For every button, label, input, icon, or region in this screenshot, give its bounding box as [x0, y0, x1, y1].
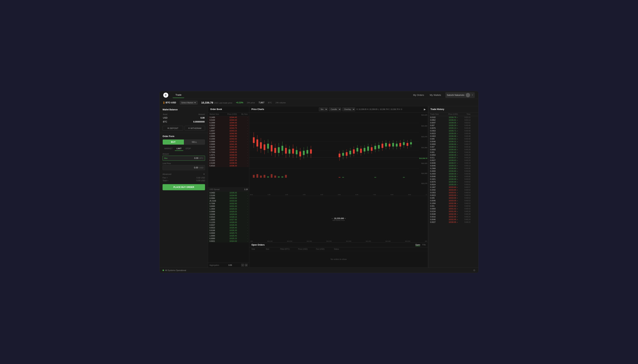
th-price: 10336.05 ↗ [440, 132, 458, 134]
overlay-select[interactable]: Overlay [342, 107, 355, 111]
th-size: 0.001 [430, 205, 440, 207]
th-price: 10335.00 ↗ [440, 181, 458, 183]
ask-row[interactable]: 0.7599 10340.35 - [208, 151, 249, 154]
ask-row[interactable]: 0.6100 10341.80 - [208, 146, 249, 148]
ask-row[interactable]: 1.0087 10343.75 - [208, 127, 249, 130]
max-label[interactable]: Max [164, 157, 168, 159]
ask-row[interactable]: 2.0000 10342.85 - [208, 135, 249, 138]
ask-row[interactable]: 2.0000 10341.95 - [208, 143, 249, 146]
trade-history-row: 0.0027 10330.95 ↗ 9:48:22 [428, 221, 478, 224]
th-size: 0.0054 [430, 154, 440, 156]
trade-history-row: 0.0463 10336.71 ↗ 9:49:48 [428, 130, 478, 132]
bid-row[interactable]: 4.0450 10335.05 - [208, 192, 249, 194]
play-button[interactable]: ▶ [424, 108, 426, 111]
place-order-button[interactable]: PLACE BUY ORDER [163, 184, 205, 190]
spread-row: USD Spread 1.19 [208, 187, 249, 192]
th-price: 10333.00 ↗ [440, 197, 458, 199]
th-size: 0.0046 [430, 140, 440, 142]
pair-label: BTC-USD [166, 101, 176, 104]
ask-row[interactable]: 0.1320 10337.35 - [208, 159, 249, 162]
th-price: 10332.95 ↗ [440, 216, 458, 218]
bid-row[interactable]: 2.5100 10334.95 - [208, 194, 249, 197]
th-price: 10336.98 ↗ [440, 176, 458, 178]
withdraw-button[interactable]: ⊖ WITHDRAW [185, 126, 205, 130]
bid-row[interactable]: 1.0000 10325.45 - [208, 234, 249, 237]
ask-row[interactable]: 0.1000 10342.65 - [208, 138, 249, 140]
sell-button[interactable]: SELL [184, 140, 205, 144]
trade-history-row: 0.0952 10336.81 ↗ 9:50:14 [428, 119, 478, 122]
trading-pair: ₿ BTC-USD [163, 101, 176, 104]
trade-history-row: 0.0093 10336.66 ↗ 9:49:37 [428, 143, 478, 146]
ask-row[interactable]: 5.6010 10336.30 - [208, 164, 249, 167]
bid-row[interactable]: 0.0999 10329.25 - [208, 210, 249, 213]
bid-row[interactable]: 1.2904 10329.35 - [208, 208, 249, 210]
bid-row[interactable]: 0.0023 10326.40 - [208, 226, 249, 229]
bid-row[interactable]: 3.0268 10329.00 - [208, 213, 249, 216]
arrow-up-icon: ↗ [457, 160, 458, 162]
arrow-up-icon: ↗ [457, 128, 458, 129]
ask-row[interactable]: 1.0000 10340.65 - [208, 148, 249, 151]
bid-row[interactable]: 0.1220 10326.50 - [208, 221, 249, 224]
user-menu[interactable]: Satoshi Nakamoto ▼ [445, 92, 475, 98]
th-price: 10338.42 ↗ [440, 146, 458, 148]
bid-row[interactable]: 0.6168 10326.30 - [208, 229, 249, 232]
ask-row[interactable]: 1.0047 10343.25 - [208, 130, 249, 132]
bid-row[interactable]: 0.7599 10332.90 - [208, 202, 249, 205]
my-wallets-button[interactable]: My Wallets [428, 93, 442, 97]
svg-rect-83 [256, 174, 258, 178]
ask-row[interactable]: 1.4371 10340.00 - [208, 154, 249, 156]
th-size: 0.0463 [430, 135, 440, 137]
trade-history-row: 0.001 10332.95 ↗ 9:48:50 [428, 205, 478, 208]
bid-row[interactable]: 0.0984 10333.50 - [208, 197, 249, 200]
settings-icon[interactable]: ⚙ [473, 269, 475, 272]
th-time: 9:49:19 [458, 162, 470, 164]
ask-row[interactable]: 0.0100 10344.40 - [208, 119, 249, 122]
market-order-tab[interactable]: MARKET [163, 146, 174, 151]
my-orders-button[interactable]: My Orders [412, 93, 425, 97]
th-price: 10330.95 ↗ [440, 221, 458, 223]
deposit-button[interactable]: ⊕ DEPOSIT [163, 126, 183, 130]
ask-row[interactable]: 3.0000 10339.25 - [208, 156, 249, 159]
bid-row[interactable]: 0.0010 10328.15 - [208, 216, 249, 218]
trade-history-row: 0.0047 10338.05 ↗ 9:50:02 [428, 122, 478, 124]
ask-row[interactable]: 0.1000 10342.90 - [208, 132, 249, 135]
trade-history-row: 0.007 10338.42 ↗ 9:49:30 [428, 146, 478, 148]
buy-button[interactable]: BUY [163, 140, 184, 144]
aggregation-plus-button[interactable]: + [245, 264, 248, 266]
ask-row[interactable]: 0.0688 10342.15 - [208, 140, 249, 143]
ask-row[interactable]: 2.4140 10336.55 - [208, 162, 249, 164]
ask-row[interactable]: 0.2999 10344.35 - [208, 122, 249, 124]
nav-tab-trade[interactable]: Trade [173, 92, 184, 98]
aggregation-minus-button[interactable]: − [241, 264, 244, 266]
advanced-toggle[interactable]: Advanced ▼ [163, 172, 205, 176]
chart-type-select[interactable]: Candle [329, 107, 341, 111]
limit-order-tab[interactable]: LIMIT [175, 146, 183, 151]
timeframe-select[interactable]: 5m [319, 107, 328, 111]
open-tab[interactable]: Open [415, 244, 420, 246]
th-time: 9:49:06 [458, 173, 470, 175]
arrow-up-icon: ↗ [457, 178, 458, 180]
bid-row[interactable]: 25.3100 10333.00 - [208, 200, 249, 202]
ask-row[interactable]: 3.1400 10344.45 - [208, 116, 249, 119]
th-time: 9:48:24 [458, 216, 470, 218]
depth-price-labels: -300 $10,180 $10,230 $10,280 $10,330 $10… [249, 240, 428, 242]
arrow-up-icon: ↗ [457, 154, 458, 156]
select-market-button[interactable]: Select Market ▼ [180, 101, 198, 104]
th-time: 9:49:06 [458, 176, 470, 178]
trade-history-row: 0.2968 10336.80 ↗ 9:49:06 [428, 167, 478, 170]
charts-title: Price Charts [251, 108, 317, 110]
stop-order-tab[interactable]: STOP [184, 146, 193, 151]
mid-price-value: 10,335.690 [334, 217, 344, 220]
top-nav: C Trade My Orders My Wallets Satoshi Nak… [160, 91, 478, 99]
bid-row[interactable]: 1.0000 10327.95 - [208, 218, 249, 221]
fills-tab[interactable]: Fills [422, 244, 426, 246]
bid-row[interactable]: 6.0000 10325.25 - [208, 237, 249, 240]
ask-row[interactable]: 0.5922 10344.30 - [208, 124, 249, 127]
bid-row[interactable]: 0.0500 10325.75 - [208, 232, 249, 234]
bid-row[interactable]: 3.0000 10331.00 - [208, 205, 249, 208]
bid-row[interactable]: 0.0021 10324.50 - [208, 240, 249, 242]
price-col: Price (USD) [298, 248, 316, 250]
th-size: 0.0463 [430, 130, 440, 132]
bid-row[interactable]: 0.0037 10326.45 - [208, 224, 249, 226]
th-time: 9:49:01 [458, 184, 470, 186]
